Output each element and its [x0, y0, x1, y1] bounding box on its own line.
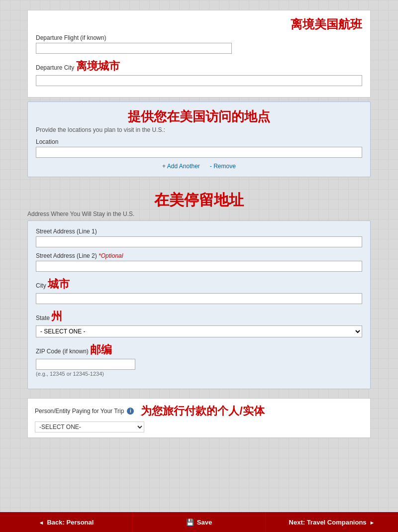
footer-nav: Back: Personal 💾 Save Next: Travel Compa…: [0, 512, 398, 532]
back-label: Back: Personal: [47, 519, 94, 526]
departure-flight-label: Departure Flight (if known): [36, 34, 362, 41]
add-remove-row: Add Another Remove: [36, 163, 362, 170]
zip-input[interactable]: [36, 359, 135, 370]
locations-en-subtitle: Provide the locations you plan to visit …: [36, 126, 362, 133]
save-button[interactable]: 💾 Save: [133, 512, 266, 532]
zip-hint: (e.g., 12345 or 12345-1234): [36, 371, 362, 377]
zip-cn: 邮编: [90, 343, 112, 356]
location-field-group: Location: [36, 138, 362, 158]
main-content: 离境美国航班 Departure Flight (if known) Depar…: [0, 0, 398, 472]
departure-city-cn: 离境城市: [76, 60, 120, 72]
person-entity-box: Person/Entity Paying for Your Trip i 为您旅…: [27, 398, 371, 438]
address-cn-heading: 在美停留地址: [27, 190, 371, 211]
next-button[interactable]: Next: Travel Companions: [266, 512, 398, 532]
state-select[interactable]: - SELECT ONE - AL - Alabama AK - Alaska …: [36, 325, 362, 337]
street2-optional: *Optional: [99, 252, 123, 259]
street2-group: Street Address (Line 2) *Optional: [36, 252, 362, 272]
departure-cn-overlay: 离境美国航班: [36, 16, 362, 32]
departure-city-label: Departure City 离境城市: [36, 59, 362, 74]
street1-label: Street Address (Line 1): [36, 228, 362, 235]
location-input[interactable]: [36, 147, 362, 158]
city-input[interactable]: [36, 293, 362, 304]
departure-city-input[interactable]: [36, 75, 362, 86]
save-icon: 💾: [186, 519, 194, 526]
locations-cn-title: 提供您在美国访问的地点: [128, 109, 270, 124]
gap1: [27, 180, 371, 190]
person-entity-select[interactable]: -SELECT ONE- Self Employer Other: [35, 422, 144, 432]
city-group: City 城市: [36, 277, 362, 304]
departure-city-group: Departure City 离境城市: [36, 59, 362, 86]
page-wrapper: 离境美国航班 Departure Flight (if known) Depar…: [0, 0, 398, 532]
street1-input[interactable]: [36, 236, 362, 247]
street2-label: Street Address (Line 2) *Optional: [36, 252, 362, 259]
city-label: City 城市: [36, 277, 362, 292]
person-entity-label: Person/Entity Paying for Your Trip: [35, 408, 124, 415]
state-label: State 州: [36, 309, 362, 324]
info-icon[interactable]: i: [127, 408, 134, 415]
address-cn-title: 在美停留地址: [154, 192, 244, 208]
locations-section: 提供您在美国访问的地点 Provide the locations you pl…: [27, 102, 371, 177]
add-another-link[interactable]: Add Another: [162, 163, 200, 170]
locations-cn-row: 提供您在美国访问的地点: [36, 109, 362, 124]
location-label: Location: [36, 138, 362, 145]
departure-cn-flight-label: 离境美国航班: [291, 16, 362, 32]
next-label: Next: Travel Companions: [289, 519, 367, 526]
state-group: State 州 - SELECT ONE - AL - Alabama AK -…: [36, 309, 362, 337]
street1-group: Street Address (Line 1): [36, 228, 362, 247]
state-cn: 州: [51, 310, 62, 322]
departure-flight-input[interactable]: [36, 43, 232, 54]
person-entity-header: Person/Entity Paying for Your Trip i 为您旅…: [35, 404, 363, 419]
back-arrow-icon: [39, 519, 44, 526]
street2-input[interactable]: [36, 261, 362, 272]
address-form-card: Street Address (Line 1) Street Address (…: [27, 220, 371, 389]
gap2: [27, 392, 371, 398]
departure-section: 离境美国航班 Departure Flight (if known) Depar…: [27, 10, 371, 98]
zip-group: ZIP Code (if known) 邮编 (e.g., 12345 or 1…: [36, 342, 362, 377]
footer-spacer: [27, 442, 371, 472]
departure-flight-group: Departure Flight (if known): [36, 34, 362, 54]
city-cn: 城市: [48, 278, 70, 290]
zip-label: ZIP Code (if known) 邮编: [36, 342, 362, 357]
address-en-label: Address Where You Will Stay in the U.S.: [27, 211, 371, 217]
remove-link[interactable]: Remove: [210, 163, 236, 170]
back-button[interactable]: Back: Personal: [0, 512, 133, 532]
person-cn-label: 为您旅行付款的个人/实体: [141, 404, 264, 419]
save-label: Save: [197, 519, 212, 526]
next-arrow-icon: [370, 519, 375, 526]
